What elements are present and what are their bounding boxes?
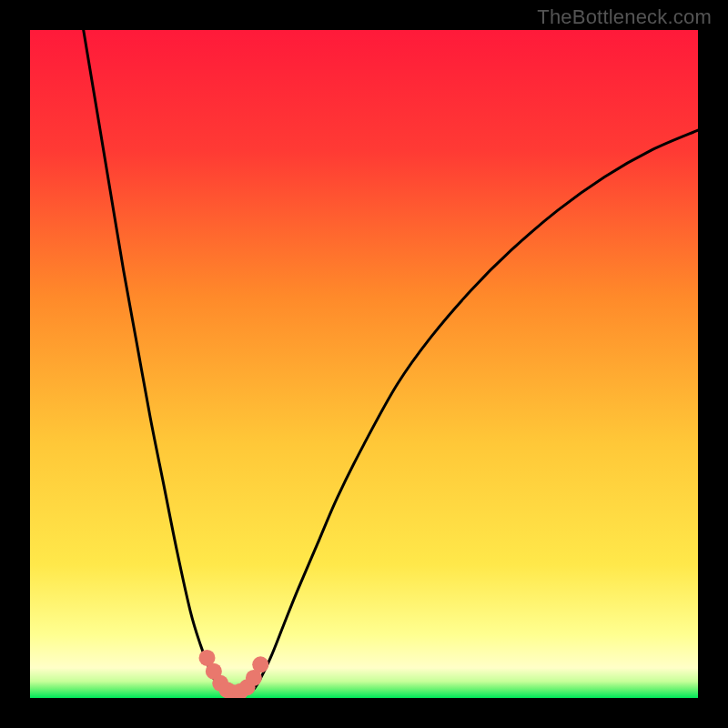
- chart-svg: [30, 30, 698, 698]
- chart-frame: TheBottleneck.com: [0, 0, 728, 728]
- marker-point: [252, 656, 268, 672]
- gradient-background: [30, 30, 698, 698]
- watermark-text: TheBottleneck.com: [537, 5, 712, 29]
- plot-area: [30, 30, 698, 698]
